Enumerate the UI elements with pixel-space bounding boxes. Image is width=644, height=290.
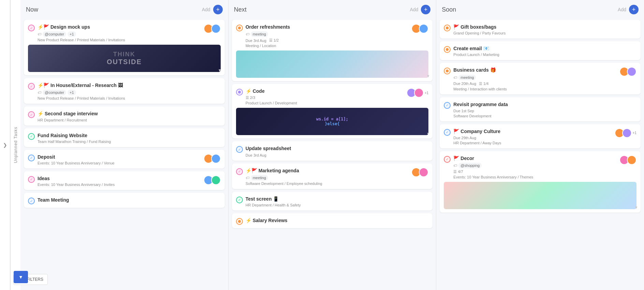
check-circle[interactable] [236,89,243,96]
card-info-row: Due 29th Aug [453,136,614,140]
card-revisit-programme[interactable]: Revisit programme dataDue 1st SepSoftwar… [440,97,641,121]
card-avatars: +1 [615,128,636,138]
card-icons: ⚡🚩 [38,83,49,88]
due-date: Due 1st Sep [453,109,474,113]
tag-pill: @computer [43,31,66,37]
card-fund-raising[interactable]: Fund Raising WebsiteTeam Half Marathon T… [24,128,225,147]
card-avatars [411,24,428,33]
collapse-arrow[interactable]: ❯ [0,0,10,290]
card-gift-boxes[interactable]: 🚩Gift boxes/bagsGrand Opening / Party Fa… [440,20,641,39]
check-circle[interactable] [444,46,451,53]
avatar [627,67,636,76]
add-text: Add [202,7,210,12]
filter-button[interactable]: ▼ [14,271,28,283]
check-circle[interactable] [444,25,451,31]
due-date: Due 3rd Aug [246,153,266,157]
card-icons: ⚡🚩 [246,168,257,173]
card-breadcrumb: HR Department / Recruitment [38,118,221,122]
card-in-house-research[interactable]: ⚡🚩In House/External - Research 🖼🏷@comput… [24,78,225,104]
card-title: Test screen 📱 [246,196,279,202]
tag-pill: +1 [68,31,76,37]
card-title: Ideas [38,175,50,182]
add-text: Add [618,7,626,12]
card-icons: 🚩 [453,156,459,161]
card-update-spreadsheet[interactable]: Update spreadsheetDue 3rd Aug [232,141,433,160]
check-circle[interactable] [236,168,243,175]
due-date: Due 29th Aug [453,136,476,140]
check-circle[interactable] [236,197,243,203]
card-company-culture[interactable]: 🚩Company CultureDue 29th AugHR Departmen… [440,124,641,148]
tag-pill: @computer [43,90,66,95]
card-icons: 🚩 [453,129,459,134]
check-circle[interactable] [444,129,451,136]
check-circle[interactable] [444,156,451,163]
check-circle[interactable] [28,133,35,140]
card-ideas[interactable]: IdeasEvents: 10 Year Business Anniversar… [24,171,225,190]
card-second-stage[interactable]: ⚡Second stage interviewHR Department / R… [24,106,225,125]
card-order-refreshments[interactable]: Order refreshments🏷meetingDue 3rd Aug☰ 1… [232,20,433,81]
check-circle[interactable] [236,25,243,31]
card-breadcrumb: New Product Release / Printed Materials … [38,38,204,42]
card-test-screen[interactable]: Test screen 📱HR Department / Health & Sa… [232,192,433,211]
card-title: Marketing agenda [259,168,299,174]
card-salary-reviews[interactable]: ⚡Salary Reviews [232,213,433,228]
sidebar-label[interactable]: Unplanned Tasks [10,0,20,290]
card-title: Create email 📧 [453,45,489,52]
card-title: Gift boxes/bags [460,24,496,30]
add-button[interactable]: + [213,5,223,14]
avatar-count: +1 [633,131,636,135]
add-text: Add [410,7,418,12]
card-image: ▾ [236,50,429,78]
card-marketing-agenda[interactable]: ⚡🚩Marketing agenda🏷meetingSoftware Devel… [232,163,433,189]
card-business-cards[interactable]: Business cards 🎁🏷meetingDue 20th Aug☰ 1/… [440,63,641,94]
column-title-next: Next [234,6,247,13]
check-circle[interactable] [28,155,35,161]
tag-pill: +1 [68,90,76,95]
card-info-row: Due 1st Sep [453,109,636,113]
card-info-row: ☰ 2/3 [246,96,407,100]
chevron-down-icon: ▾ [635,205,637,210]
check-circle[interactable] [28,25,35,31]
due-date: Due 3rd Aug [246,39,266,43]
add-button[interactable]: + [629,5,639,14]
checklist-count: ☰ 1/2 [269,38,279,43]
card-breadcrumb: Team Half Marathon Training / Fund Raisi… [38,140,221,144]
add-button[interactable]: + [421,5,430,14]
card-create-email[interactable]: Create email 📧Product Launch / Marketing [440,41,641,60]
column-header-right: Add+ [618,5,639,14]
main-content: NowAdd+⚡🚩Design mock ups🏷@computer+1New … [20,0,644,290]
card-breadcrumb: Software Development [453,114,636,118]
check-circle[interactable] [28,83,35,90]
card-title: Team Meeting [38,197,69,203]
check-circle[interactable] [444,102,451,109]
check-circle[interactable] [28,198,35,204]
card-breadcrumb: Meeting / Interaction with clients [453,87,619,91]
card-title: Code [253,88,265,94]
avatar [414,88,424,98]
card-title: Fund Raising Website [38,132,87,139]
avatar [622,128,632,138]
column-title-now: Now [26,6,38,13]
card-design-mockups[interactable]: ⚡🚩Design mock ups🏷@computer+1New Product… [24,20,225,75]
card-team-meeting[interactable]: Team Meeting [24,193,225,208]
due-date: Due 20th Aug [453,82,476,86]
checklist-count: ☰ 1/4 [479,82,488,86]
check-circle[interactable] [28,176,35,183]
card-tags: 🏷meeting [246,175,412,180]
card-avatars: +1 [407,88,428,98]
card-breadcrumb: HR Department / Away Days [453,141,614,145]
card-icons: ⚡🚩 [38,24,49,30]
card-deposit[interactable]: DepositEvents: 10 Year Business Annivers… [24,150,225,169]
filter-area: ▼ SET FILTERS [12,274,48,285]
check-circle[interactable] [236,218,243,225]
check-circle[interactable] [236,146,243,153]
check-circle[interactable] [28,111,35,118]
card-code[interactable]: ⚡Code☰ 2/3Product Launch / Development+1… [232,84,433,139]
card-avatars [204,154,221,163]
card-title: Design mock ups [50,24,90,30]
check-circle[interactable] [444,68,451,74]
column-header-right: Add+ [202,5,223,14]
column-soon: SoonAdd+🚩Gift boxes/bagsGrand Opening / … [436,0,644,290]
card-decor[interactable]: 🚩Decor🏷@shopping☰ 4/7Events: 10 Year Bus… [440,151,641,213]
card-breadcrumb: HR Department / Health & Safety [246,203,429,207]
